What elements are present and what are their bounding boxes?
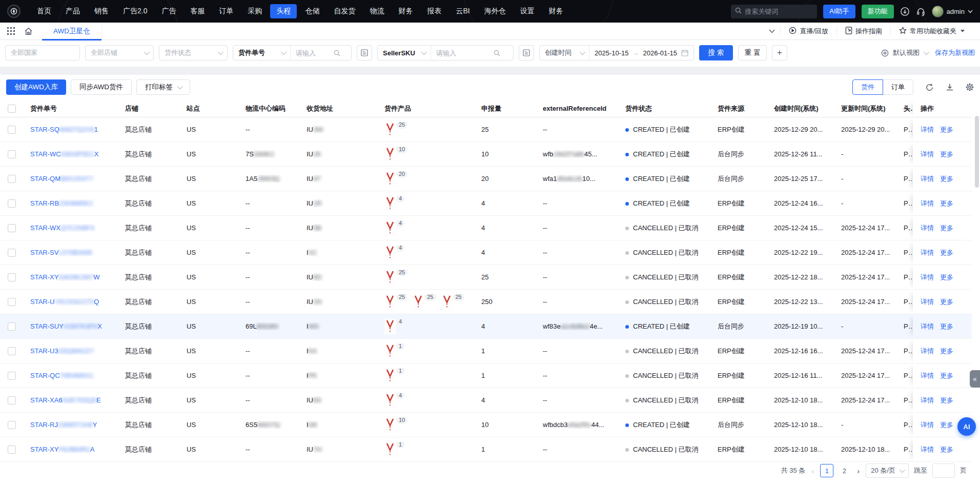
product-thumbnail[interactable] (384, 442, 396, 457)
op-更多[interactable]: 更多 (940, 445, 953, 454)
shipment-no-field-select[interactable]: 货件单号 (233, 46, 291, 60)
shipment-no-input[interactable] (296, 49, 330, 57)
reset-button[interactable]: 重 置 (738, 45, 767, 60)
row-checkbox[interactable] (8, 273, 16, 281)
row-checkbox[interactable] (8, 372, 16, 380)
gear-icon[interactable] (966, 83, 974, 91)
create-awd-inbound-button[interactable]: 创建AWD入库 (6, 79, 66, 95)
product-thumbnail[interactable] (384, 147, 396, 162)
nav-item-销售[interactable]: 销售 (88, 4, 115, 18)
op-详情[interactable]: 详情 (921, 174, 934, 184)
nav-item-产品[interactable]: 产品 (59, 4, 86, 18)
product-thumbnail[interactable] (384, 417, 396, 433)
product-thumbnail[interactable] (384, 319, 396, 334)
toggle-order[interactable]: 订单 (883, 79, 913, 95)
nav-item-订单[interactable]: 订单 (213, 4, 239, 18)
product-thumbnail[interactable] (384, 245, 396, 260)
product-thumbnail[interactable] (384, 122, 396, 137)
row-checkbox[interactable] (8, 396, 16, 404)
refresh-icon[interactable] (925, 83, 934, 92)
nav-item-客服[interactable]: 客服 (184, 4, 211, 18)
nav-item-财务[interactable]: 财务 (543, 4, 569, 18)
op-更多[interactable]: 更多 (940, 420, 953, 430)
nav-item-设置[interactable]: 设置 (514, 4, 541, 18)
nav-item-云BI[interactable]: 云BI (450, 4, 476, 18)
ai-floating-button[interactable]: AI (957, 417, 976, 436)
nav-item-广告[interactable]: 广告 (155, 4, 182, 18)
row-checkbox[interactable] (8, 126, 16, 134)
global-search[interactable] (731, 5, 817, 18)
default-view-select[interactable]: 默认视图 (893, 48, 920, 57)
op-详情[interactable]: 详情 (921, 371, 934, 380)
row-checkbox[interactable] (8, 322, 16, 331)
row-checkbox[interactable] (8, 298, 16, 306)
row-checkbox[interactable] (8, 175, 16, 183)
row-checkbox[interactable] (8, 421, 16, 429)
row-checkbox[interactable] (8, 445, 16, 454)
op-更多[interactable]: 更多 (940, 297, 953, 307)
vertical-scrollbar[interactable] (975, 97, 979, 464)
download-icon[interactable] (946, 83, 954, 91)
live-replay-link[interactable]: 直播/回放 (780, 27, 836, 36)
product-thumbnail[interactable] (384, 294, 396, 310)
nav-item-首页[interactable]: 首页 (31, 4, 57, 18)
sku-field-select[interactable]: SellerSKU (378, 46, 431, 60)
shipment-id-link[interactable]: STAR-XYD4G9K2M7W (30, 273, 100, 281)
product-thumbnail[interactable] (384, 171, 396, 187)
tab-awd-satellite-warehouse[interactable]: AWD卫星仓 (42, 23, 102, 40)
shipment-id-link[interactable]: STAR-QMB6X1R4T7 (30, 175, 93, 183)
op-详情[interactable]: 详情 (921, 420, 934, 430)
shipment-no-batch-input-button[interactable] (357, 45, 372, 60)
shipment-id-link[interactable]: STAR-SVL5T8B3W6 (30, 249, 92, 256)
op-更多[interactable]: 更多 (940, 396, 953, 405)
op-更多[interactable]: 更多 (940, 371, 953, 380)
page-size-select[interactable]: 20 条/页 (866, 463, 909, 478)
operation-guide-link[interactable]: 操作指南 (836, 27, 890, 36)
product-thumbnail[interactable] (384, 343, 396, 359)
apps-grid-icon[interactable] (7, 27, 15, 35)
tab-list-chevron-icon[interactable] (769, 27, 775, 35)
op-详情[interactable]: 详情 (921, 396, 934, 405)
op-详情[interactable]: 详情 (921, 322, 934, 331)
products-more-link[interactable]: 共10 (438, 308, 451, 310)
shipment-id-link[interactable]: STAR-XA6N3K7D5Q9E (30, 396, 101, 404)
op-更多[interactable]: 更多 (940, 224, 953, 233)
product-thumbnail[interactable] (441, 294, 453, 310)
row-checkbox[interactable] (8, 150, 16, 158)
op-更多[interactable]: 更多 (940, 347, 953, 356)
shipment-id-link[interactable]: STAR-QCT9R4M6X1 (30, 372, 93, 379)
nav-item-财务[interactable]: 财务 (392, 4, 419, 18)
op-详情[interactable]: 详情 (921, 125, 934, 134)
next-page-button[interactable]: › (856, 467, 861, 475)
product-thumbnail[interactable] (413, 294, 424, 310)
country-select[interactable]: 全部国家 (5, 45, 80, 60)
shipment-id-link[interactable]: STAR-WCK8N3P5D1X (30, 150, 98, 158)
shipment-id-link[interactable]: STAR-XYF6J9B4R2A (30, 445, 94, 453)
search-input[interactable] (745, 8, 806, 15)
row-checkbox[interactable] (8, 199, 16, 208)
page-2[interactable]: 2 (838, 464, 851, 477)
collapse-panel-button[interactable]: « (970, 370, 980, 388)
add-filter-button[interactable]: + (772, 45, 787, 60)
shipment-id-link[interactable]: STAR-RJC8W5T2H6Y (30, 421, 97, 429)
prev-page-button[interactable]: ‹ (810, 467, 815, 475)
nav-item-报表[interactable]: 报表 (421, 4, 447, 18)
favorites-link[interactable]: 常用功能收藏夹 (890, 27, 973, 36)
product-thumbnail[interactable] (384, 196, 396, 211)
op-详情[interactable]: 详情 (921, 248, 934, 257)
nav-item-广告2.0[interactable]: 广告2.0 (117, 4, 153, 18)
op-更多[interactable]: 更多 (940, 322, 953, 331)
op-详情[interactable]: 详情 (921, 445, 934, 454)
product-thumbnail[interactable] (384, 368, 396, 383)
nav-item-采购[interactable]: 采购 (241, 4, 268, 18)
download-circle-icon[interactable] (900, 7, 910, 16)
toggle-shipment[interactable]: 货件 (852, 79, 883, 95)
product-thumbnail[interactable] (384, 220, 396, 236)
shipment-id-link[interactable]: STAR-RBZ3H8M5K2 (30, 199, 93, 207)
jump-page-input[interactable] (932, 463, 955, 478)
op-更多[interactable]: 更多 (940, 150, 953, 159)
home-icon[interactable] (24, 27, 33, 35)
sku-input[interactable] (436, 49, 489, 57)
search-button[interactable]: 搜 索 (699, 45, 733, 60)
time-field-select[interactable]: 创建时间 (540, 46, 589, 60)
